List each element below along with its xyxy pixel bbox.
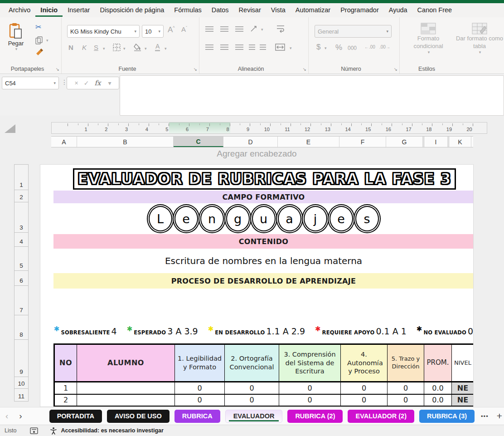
header-prom[interactable]: PROM.	[424, 344, 452, 382]
row-header[interactable]: 3	[15, 202, 28, 233]
contenido-band[interactable]: CONTENIDO	[53, 234, 474, 249]
menu-ayuda[interactable]: Ayuda	[384, 4, 412, 17]
underline-button[interactable]: S	[94, 44, 98, 51]
increase-decimal-icon[interactable]: ←.00	[364, 44, 375, 49]
menu-programador[interactable]: Programador	[335, 4, 384, 17]
cell-prom[interactable]: 0.0	[424, 394, 452, 407]
header-criterio-1[interactable]: 1. Legibilidad y Formato	[175, 344, 225, 382]
sheet-title-cell[interactable]: EVALUADOR DE RUBRICAS PARA LA FASE 3	[73, 168, 456, 190]
menu-inicio[interactable]: Inicio	[35, 4, 63, 17]
macro-record-icon[interactable]	[30, 427, 38, 434]
wrap-text-icon[interactable]	[276, 24, 285, 34]
row-header[interactable]: 6	[15, 271, 28, 286]
paste-button[interactable]: Pegar ▾	[4, 23, 28, 51]
header-criterio-3[interactable]: 3. Comprensión del Sistema de Escritura	[279, 344, 341, 382]
column-header-k[interactable]: K	[449, 137, 471, 147]
row-header[interactable]: 8	[15, 315, 28, 340]
cell-score[interactable]: 0	[279, 394, 341, 407]
copy-chevron-icon[interactable]: ▾	[46, 38, 48, 43]
cell-no[interactable]: 2	[54, 394, 77, 407]
align-right-icon[interactable]	[235, 44, 243, 50]
column-header-i[interactable]: I	[424, 137, 448, 147]
number-dialog-launcher-icon[interactable]: ↘	[394, 67, 397, 72]
thousands-separator-icon[interactable]: 000	[348, 45, 357, 51]
row-header[interactable]: 2	[15, 190, 28, 202]
font-dialog-launcher-icon[interactable]: ↘	[194, 67, 197, 72]
borders-chevron-icon[interactable]: ▾	[123, 46, 126, 51]
tab-rubrica-2[interactable]: RUBRICA (2)	[287, 410, 343, 423]
orientation-chevron-icon[interactable]: ▾	[261, 27, 263, 32]
orientation-icon[interactable]	[250, 24, 258, 34]
fill-color-chevron-icon[interactable]: ▾	[145, 46, 147, 51]
header-criterio-5[interactable]: 5. Trazo y Dirección	[388, 344, 424, 382]
accessibility-icon[interactable]	[50, 427, 57, 435]
confirm-entry-icon[interactable]: ✓	[84, 79, 89, 87]
currency-icon[interactable]: $	[316, 43, 320, 52]
header-nivel[interactable]: NIVEL	[452, 344, 474, 382]
decrease-font-size-icon[interactable]: Aˇ	[181, 25, 187, 33]
format-as-table-button[interactable]: Dar formato como tabla ▾	[455, 23, 504, 54]
align-middle-icon[interactable]	[220, 26, 228, 32]
cell-score[interactable]: 0	[225, 382, 279, 394]
cell-score[interactable]: 0	[388, 382, 424, 394]
merge-center-icon[interactable]	[275, 44, 285, 53]
decrease-decimal-icon[interactable]: .00→	[379, 44, 390, 49]
score-legend[interactable]: ✱ SOBRESALIENTE 4 ✱ ESPERADO 3 A 3.9 ✱ E…	[53, 318, 474, 343]
column-header-g[interactable]: G	[386, 137, 423, 147]
font-name-select[interactable]: KG Miss Kindy Chu ▾	[67, 25, 140, 38]
cell-score[interactable]: 0	[175, 382, 225, 394]
increase-font-size-icon[interactable]: A^	[168, 25, 175, 34]
cell-score[interactable]: 0	[388, 394, 424, 407]
cell-nivel[interactable]: NE	[452, 394, 474, 407]
row-header[interactable]: 5	[15, 247, 28, 271]
tab-evaluador-active[interactable]: EVALUADOR	[225, 410, 283, 423]
number-format-select[interactable]: General ▾	[315, 25, 392, 38]
underline-chevron-icon[interactable]: ▾	[103, 46, 105, 51]
formula-input[interactable]	[120, 75, 504, 116]
font-color-chevron-icon[interactable]: ▾	[165, 46, 167, 51]
percent-icon[interactable]: %	[335, 43, 342, 52]
italic-button[interactable]: K	[82, 44, 87, 51]
cell-no[interactable]: 1	[54, 382, 77, 394]
copy-icon[interactable]	[35, 36, 43, 46]
menu-vista[interactable]: Vista	[266, 4, 291, 17]
add-header-placeholder[interactable]: Agregar encabezado	[40, 149, 474, 159]
clipboard-dialog-launcher-icon[interactable]: ↘	[56, 67, 59, 72]
font-color-icon[interactable]: A	[155, 43, 160, 51]
menu-datos[interactable]: Datos	[207, 4, 234, 17]
header-criterio-4[interactable]: 4. Autonomía y Proceso	[341, 344, 388, 382]
column-header-b[interactable]: B	[77, 137, 174, 147]
bold-button[interactable]: N	[68, 44, 73, 51]
merge-chevron-icon[interactable]: ▾	[290, 46, 292, 50]
menu-formulas[interactable]: Fórmulas	[169, 4, 206, 17]
fill-color-icon[interactable]	[134, 43, 142, 53]
menu-automatizar[interactable]: Automatizar	[291, 4, 335, 17]
increase-indent-icon[interactable]	[260, 44, 266, 50]
cell-score[interactable]: 0	[279, 382, 341, 394]
tab-rubrica-3[interactable]: RUBRICA (3)	[419, 410, 475, 423]
row-header[interactable]: 11	[15, 389, 28, 402]
column-header-d[interactable]: D	[223, 137, 278, 147]
next-sheet-icon[interactable]: ›	[14, 411, 27, 421]
tab-portadita[interactable]: PORTADITA	[49, 410, 102, 423]
prev-sheet-icon[interactable]: ‹	[0, 411, 14, 421]
more-sheets-icon[interactable]: •••	[481, 413, 489, 420]
new-sheet-icon[interactable]: +	[497, 411, 502, 421]
row-header[interactable]: 7	[15, 286, 28, 315]
row-header[interactable]: 4	[15, 233, 28, 247]
column-header-f[interactable]: F	[339, 137, 386, 147]
column-header-c-selected[interactable]: C	[174, 137, 223, 147]
cell-score[interactable]: 0	[225, 394, 279, 407]
tab-aviso-de-uso[interactable]: AVISO DE USO	[107, 410, 170, 423]
cell-score[interactable]: 0	[175, 394, 225, 407]
tab-rubrica[interactable]: RUBRICA	[174, 410, 220, 423]
align-left-icon[interactable]	[205, 44, 213, 50]
column-header-e[interactable]: E	[278, 137, 339, 147]
cell-score[interactable]: 0	[341, 382, 388, 394]
align-top-icon[interactable]	[205, 26, 213, 32]
contenido-value-cell[interactable]: Escritura de nombres en la lengua matern…	[53, 249, 474, 273]
borders-icon[interactable]	[113, 44, 121, 53]
menu-revisar[interactable]: Revisar	[234, 4, 266, 17]
decrease-indent-icon[interactable]	[249, 44, 255, 50]
cell-alumno[interactable]	[77, 394, 175, 407]
